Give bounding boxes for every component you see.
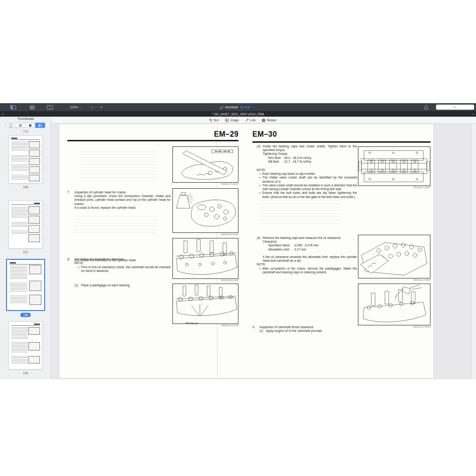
redact-tool-label: Redact [267, 119, 277, 122]
annotate-mode-button[interactable]: Annotate [219, 104, 238, 110]
thumbnail-page-number: 106 [0, 185, 51, 189]
two-page-view-icon[interactable] [46, 105, 53, 110]
figure-oil-clearance-measure: PEM00112-00098 [358, 235, 430, 281]
torque-m10-label: M10 Bolt: [268, 156, 284, 160]
item-7-title: Inspection of cylinder head for cracks [74, 191, 171, 194]
step-4-body2: If the oil clearance exceeds the allowab… [263, 255, 357, 263]
thumbnail-page-number: 105 [0, 130, 51, 133]
document-pane: EM–29 7. Inspection of cylinder head for… [51, 124, 476, 379]
clearance-title: Clearance [263, 240, 357, 244]
vertical-scrollbar[interactable] [471, 124, 476, 379]
figure-code: PEM00113-00099 [358, 326, 430, 328]
zoom-out-button[interactable]: − [91, 104, 93, 110]
chevron-down-icon: ⌄ [79, 105, 81, 108]
annotate-label: Annotate [225, 106, 238, 109]
close-tab-icon[interactable]: × [2, 112, 4, 116]
spec-value: 0.035 - 0.076 mm [294, 244, 318, 247]
grid-view-icon[interactable] [30, 105, 35, 110]
text-tool-label: Text [213, 119, 219, 122]
scan-bleedthrough [80, 151, 157, 180]
figure-plastigauge: Plastigauge PEM00110-00096 [172, 284, 238, 327]
page-rule [252, 141, 430, 143]
limit-label: Allowable Limit: [268, 248, 294, 251]
thumbnail-page-number: 109 [0, 371, 51, 375]
step-3: (3)Install the bearing caps and rocker s… [252, 145, 357, 164]
torque-title: Tightening Torque [263, 152, 357, 156]
scan-bleedthrough [73, 216, 157, 234]
figure-apply-engine-oil: PEM00113-00099 [358, 284, 430, 328]
link-tool-button[interactable]: Link [245, 119, 256, 122]
figure-label-plastigauge: Plastigauge [185, 322, 198, 324]
link-tool-label: Link [250, 119, 256, 122]
search-input[interactable] [436, 105, 474, 110]
thumbnails-view-icon[interactable] [35, 123, 45, 128]
contact-sheet-view-icon[interactable] [16, 123, 26, 128]
sidebar-toggle-icon[interactable] [10, 105, 16, 110]
zoom-level-control[interactable]: 113% ⌄ [70, 104, 81, 110]
pdf-app-window: 113% ⌄ − + Annotate T| Edit × * DU_HIJET… [0, 103, 476, 379]
step-1: (1) Install the camshaft to the cylinder… [74, 258, 178, 262]
share-icon[interactable] [424, 105, 429, 110]
image-tool-label: Image [231, 119, 239, 122]
main-toolbar: 113% ⌄ − + Annotate T| Edit [0, 103, 476, 111]
thumbnail-page-number: 107 [0, 251, 51, 254]
note-label: NOTE: [257, 263, 357, 266]
figure-code: PEM00108-00094 [172, 233, 238, 236]
edit-mode-button[interactable]: T| Edit [240, 104, 250, 110]
redact-tool-icon [262, 119, 265, 122]
torque-m8-value: 12.7 - 16.7 N·m/Dry [284, 160, 311, 164]
thumbnails-sidebar: Thumbnails 105 [0, 117, 51, 379]
edit-label: Edit [245, 106, 250, 109]
sidebar-view-switcher [6, 123, 45, 128]
image-tool-icon [225, 119, 229, 122]
figure-bearing-caps-top-view: PEM00111-00097 [358, 146, 430, 189]
note-item: Each bearing cap bears a cap number. [262, 172, 316, 176]
note-label: NOTE: [257, 168, 357, 172]
zoom-in-button[interactable]: + [100, 104, 102, 110]
note-item: After completion of the check, remove th… [262, 267, 357, 274]
page-spread[interactable]: EM–29 7. Inspection of cylinder head for… [60, 124, 433, 378]
step-4: (4)Remove the bearing caps and measure t… [252, 236, 357, 274]
item-7: 7. Inspection of cylinder head for crack… [67, 191, 171, 210]
thumbnail-page-number-selected: 108 [0, 313, 51, 317]
link-tool-icon [245, 119, 249, 122]
spec-label: Specified Value: [268, 244, 294, 247]
torque-m10-value: 28.4 - 36.3 N·m/Dry [284, 156, 311, 160]
note-item: The valve rocker shaft should be install… [262, 184, 357, 191]
zoom-level-value: 113% [70, 106, 78, 109]
search-icon [453, 106, 457, 109]
figure-code: PEM00109-00095 [172, 279, 238, 282]
page-header-em29: EM–29 [176, 130, 238, 139]
text-tool-button[interactable]: T| Text [209, 119, 219, 122]
figure-code: PEM00112-00098 [358, 279, 430, 281]
new-tab-icon[interactable]: + [472, 112, 474, 116]
note-item: Ensure that the bolt holes and bolts are… [262, 191, 357, 198]
figure-straightedge-check: PEM00107-00093 [172, 146, 238, 185]
edit-toolbar: T| Text Image Link Redact [51, 117, 476, 124]
item-9: 9. Inspection of camshaft thrust clearan… [252, 325, 357, 333]
text-edit-icon: T| [240, 105, 243, 109]
note-block-1: NOTE: •Each bearing cap bears a cap numb… [252, 168, 357, 199]
item-7-body: Using a dye penetrant, check the combust… [74, 194, 171, 206]
page-rule [67, 140, 238, 141]
figure-code: PEM00111-00097 [358, 186, 430, 189]
figure-code: PEM00107-00093 [172, 183, 238, 185]
text-tool-icon: T| [209, 119, 212, 122]
redact-tool-button[interactable]: Redact [262, 119, 277, 122]
item-7-body2: If a crack is found, replace the cylinde… [74, 206, 171, 210]
note-item: Prior to this oil clearance check, the c… [81, 265, 171, 273]
limit-value: 0.17 mm [294, 248, 306, 251]
torque-m8-label: M8 Bolt: [268, 160, 284, 164]
single-page-view-icon[interactable] [6, 123, 16, 128]
tab-bar: × * DU_HIJET_S211_2007-2014_FSM + [0, 111, 476, 117]
sidebar-title: Thumbnails [0, 117, 51, 120]
item-9-title: Inspection of camshaft thrust clearance [259, 325, 357, 329]
figure-camshaft-installed: PEM00109-00095 [172, 238, 238, 282]
document-tab-title: * DU_HIJET_S211_2007-2014_FSM [0, 112, 476, 116]
image-tool-button[interactable]: Image [225, 119, 239, 122]
figure-code: PEM00110-00096 [172, 324, 238, 327]
step-2: (2) Place a plastigage on each bearing. [74, 284, 178, 287]
figure-dye-penetrant-spray: PEM00108-00094 [172, 188, 238, 236]
page-header-em30: EM–30 [252, 130, 277, 139]
annotations-view-icon[interactable] [26, 123, 35, 128]
